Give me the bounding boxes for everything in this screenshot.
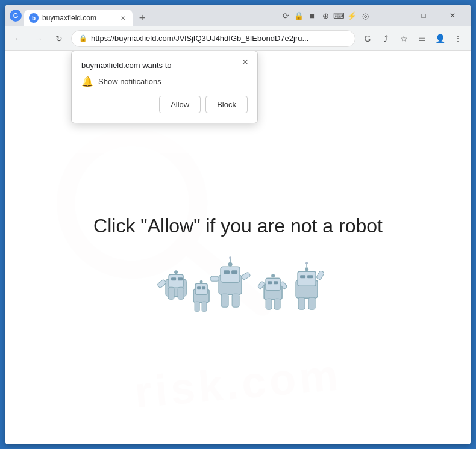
url-bar[interactable]: 🔒 https://buymaxfield.com/JVlSjfQ3UJ4hdf…	[71, 30, 355, 47]
ext-icon-7: ◎	[359, 10, 371, 22]
svg-point-30	[271, 274, 275, 277]
maximize-button[interactable]: □	[410, 5, 437, 26]
minimize-button[interactable]: ─	[381, 5, 409, 26]
notification-label: Show notifications	[98, 77, 161, 86]
robots-svg	[148, 249, 328, 345]
svg-rect-7	[168, 287, 174, 299]
lock-icon: 🔒	[79, 34, 87, 42]
svg-rect-22	[224, 270, 230, 274]
browser-window: G b buymaxfield.com ✕ + ⟳ 🔒 ■ ⊕ ⌨ ⚡ ◎ ─ …	[5, 5, 471, 444]
sidebar-icon[interactable]: ▭	[413, 30, 430, 47]
watermark-text: risk.com	[133, 350, 343, 417]
more-menu-button[interactable]: ⋮	[449, 30, 466, 47]
svg-rect-44	[316, 270, 325, 280]
ext-icon-4: ⊕	[319, 10, 331, 22]
google-icon: G	[10, 10, 22, 22]
svg-rect-8	[178, 287, 184, 299]
google-account-icon[interactable]: G	[359, 30, 376, 47]
main-text: Click "Allow" if you are not a robot	[93, 215, 383, 237]
robots-illustration	[93, 249, 383, 345]
svg-rect-38	[298, 271, 316, 286]
ext-icon-5: ⌨	[333, 10, 345, 22]
svg-rect-11	[195, 283, 207, 294]
ext-icon-6: ⚡	[346, 10, 358, 22]
bookmark-icon[interactable]: ☆	[395, 30, 412, 47]
svg-rect-23	[231, 270, 237, 274]
tab-title: buymaxfield.com	[42, 14, 114, 22]
new-tab-button[interactable]: +	[134, 10, 151, 26]
window-controls: ─ □ ✕	[381, 5, 466, 26]
svg-rect-27	[232, 294, 239, 307]
svg-point-39	[305, 267, 308, 271]
close-button[interactable]: ✕	[439, 5, 466, 26]
svg-rect-9	[157, 279, 167, 288]
svg-rect-43	[307, 275, 313, 278]
svg-rect-29	[266, 278, 280, 290]
svg-rect-16	[202, 302, 207, 311]
notification-popup: ✕ buymaxfield.com wants to 🔔 Show notifi…	[71, 51, 258, 123]
svg-rect-6	[178, 277, 183, 280]
svg-rect-25	[241, 271, 251, 280]
address-right-icons: G ⤴ ☆ ▭ 👤 ⋮	[359, 30, 466, 47]
svg-rect-26	[221, 294, 228, 307]
back-button[interactable]: ←	[10, 30, 27, 47]
svg-rect-5	[171, 277, 176, 280]
tab-bar: b buymaxfield.com ✕ +	[24, 5, 277, 26]
svg-rect-24	[210, 276, 219, 281]
popup-title: buymaxfield.com wants to	[81, 61, 248, 70]
svg-rect-31	[268, 281, 272, 284]
popup-buttons: Allow Block	[81, 96, 248, 113]
ext-icon-1: ⟳	[280, 10, 292, 22]
popup-close-button[interactable]: ✕	[239, 56, 251, 68]
tab-favicon: b	[29, 13, 39, 23]
svg-rect-14	[202, 286, 205, 289]
reload-button[interactable]: ↻	[51, 30, 67, 47]
extension-icons: ⟳ 🔒 ■ ⊕ ⌨ ⚡ ◎	[280, 10, 371, 22]
svg-rect-36	[274, 299, 280, 309]
svg-rect-3	[169, 274, 183, 288]
share-icon[interactable]: ⤴	[377, 30, 394, 47]
page-content: risk.com Click "Allow" if you are not a …	[5, 51, 471, 444]
page-main-area: Click "Allow" if you are not a robot	[93, 215, 383, 345]
ext-icon-3: ■	[306, 10, 318, 22]
profile-icon[interactable]: 👤	[431, 30, 448, 47]
title-bar: G b buymaxfield.com ✕ + ⟳ 🔒 ■ ⊕ ⌨ ⚡ ◎ ─ …	[5, 5, 471, 26]
svg-rect-15	[195, 302, 199, 311]
tab-close-button[interactable]: ✕	[118, 13, 128, 23]
ext-icon-2: 🔒	[293, 10, 305, 22]
svg-point-19	[228, 262, 233, 266]
svg-point-41	[305, 262, 308, 264]
svg-rect-13	[197, 286, 201, 289]
svg-rect-18	[221, 267, 240, 282]
title-bar-left: G	[10, 10, 22, 22]
allow-button[interactable]: Allow	[159, 96, 201, 113]
svg-point-21	[229, 256, 231, 259]
svg-point-12	[200, 280, 203, 283]
block-button[interactable]: Block	[205, 96, 248, 113]
active-tab[interactable]: b buymaxfield.com ✕	[24, 10, 133, 26]
url-text: https://buymaxfield.com/JVlSjfQ3UJ4hdfGb…	[91, 34, 348, 43]
bell-icon: 🔔	[81, 76, 93, 87]
svg-point-4	[174, 270, 178, 274]
svg-rect-46	[308, 297, 315, 309]
svg-rect-32	[274, 281, 278, 284]
svg-rect-42	[300, 275, 305, 278]
svg-rect-45	[298, 297, 305, 309]
forward-button[interactable]: →	[30, 30, 47, 47]
address-bar: ← → ↻ 🔒 https://buymaxfield.com/JVlSjfQ3…	[5, 26, 471, 51]
svg-rect-35	[266, 299, 272, 309]
notification-row: 🔔 Show notifications	[81, 76, 248, 87]
